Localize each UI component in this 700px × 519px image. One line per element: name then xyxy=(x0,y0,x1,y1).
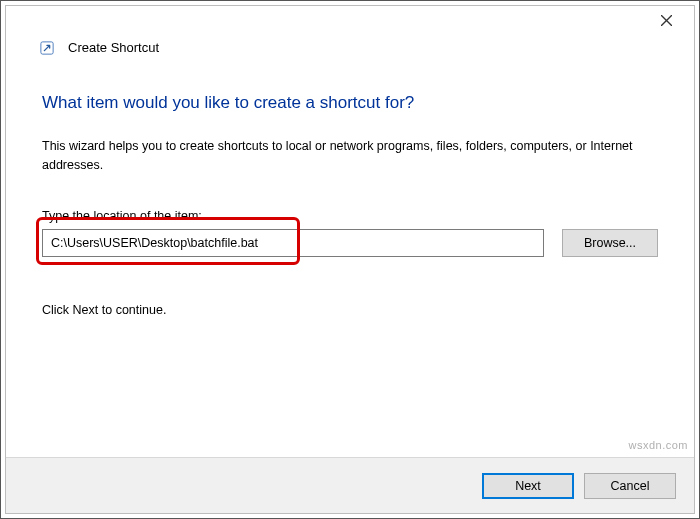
location-label: Type the location of the item: xyxy=(42,209,658,223)
dialog-title: Create Shortcut xyxy=(68,40,159,55)
dialog-footer: Next Cancel xyxy=(6,457,694,513)
close-icon xyxy=(661,13,672,29)
shortcut-icon xyxy=(40,41,54,55)
dialog-window: Create Shortcut What item would you like… xyxy=(5,5,695,514)
browse-button[interactable]: Browse... xyxy=(562,229,658,257)
watermark-text: wsxdn.com xyxy=(628,439,688,451)
dialog-body: What item would you like to create a sho… xyxy=(6,61,694,317)
screenshot-frame: Create Shortcut What item would you like… xyxy=(0,0,700,519)
location-input[interactable] xyxy=(42,229,544,257)
dialog-header: Create Shortcut xyxy=(6,36,694,61)
main-heading: What item would you like to create a sho… xyxy=(42,93,658,113)
wizard-description: This wizard helps you to create shortcut… xyxy=(42,137,658,175)
cancel-button[interactable]: Cancel xyxy=(584,473,676,499)
next-button[interactable]: Next xyxy=(482,473,574,499)
location-row: Browse... xyxy=(42,229,658,257)
titlebar xyxy=(6,6,694,36)
continue-hint: Click Next to continue. xyxy=(42,303,658,317)
close-button[interactable] xyxy=(644,7,688,35)
